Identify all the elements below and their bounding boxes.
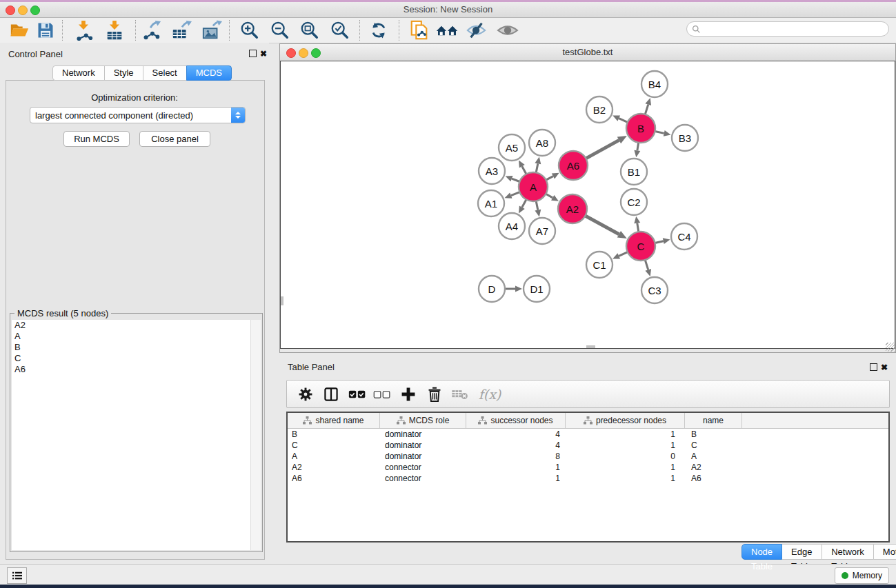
edge-B-B3[interactable] xyxy=(655,131,664,133)
close-panel-button[interactable]: Close panel xyxy=(139,131,210,147)
edge-C-C4[interactable] xyxy=(655,241,663,243)
mcds-result-item[interactable]: C xyxy=(12,353,251,364)
column-header-predecessor-nodes[interactable]: predecessor nodes xyxy=(566,413,685,428)
task-history-button[interactable] xyxy=(7,567,27,584)
tab-network-table[interactable]: Network Table xyxy=(822,544,874,560)
edge-A-A5[interactable] xyxy=(522,166,526,174)
table-row-A2[interactable]: A2connector11A2 xyxy=(288,462,888,473)
cell-successor-nodes[interactable]: 8 xyxy=(466,451,566,462)
tab-mcds[interactable]: MCDS xyxy=(186,65,232,81)
edge-A6-B[interactable] xyxy=(586,140,619,158)
cell-successor-nodes[interactable]: 1 xyxy=(466,473,566,484)
deselect-all-button[interactable] xyxy=(372,385,392,404)
cell-shared-name[interactable]: B xyxy=(288,429,380,440)
tab-select[interactable]: Select xyxy=(143,65,187,81)
edge-A-A6[interactable] xyxy=(546,176,553,181)
cell-MCDS-role[interactable]: dominator xyxy=(380,451,466,462)
memory-button[interactable]: Memory xyxy=(835,567,889,584)
column-header-shared-name[interactable]: shared name xyxy=(288,413,380,428)
cell-name[interactable]: C xyxy=(685,440,742,451)
column-header-MCDS-role[interactable]: MCDS role xyxy=(380,413,466,428)
edge-B-B1[interactable] xyxy=(637,143,639,151)
table-settings-button[interactable] xyxy=(295,385,316,404)
import-network-button[interactable] xyxy=(71,19,96,42)
cell-successor-nodes[interactable]: 1 xyxy=(466,462,566,473)
mcds-result-scrollbar[interactable] xyxy=(250,320,261,550)
edge-A-A7[interactable] xyxy=(536,201,538,210)
table-row-B[interactable]: Bdominator41B xyxy=(288,429,888,440)
delete-column-button[interactable] xyxy=(424,385,445,404)
cell-shared-name[interactable]: A6 xyxy=(288,473,380,484)
run-mcds-button[interactable]: Run MCDS xyxy=(63,131,130,147)
tab-edge-table[interactable]: Edge Table xyxy=(781,544,822,560)
zoom-out-button[interactable] xyxy=(268,19,292,42)
mcds-result-item[interactable]: A2 xyxy=(12,320,251,331)
network-canvas[interactable]: B4B2BB3A5A8A6A3AB1A1A2C2A4A7C4C1CDD1C3 xyxy=(280,61,895,349)
cell-predecessor-nodes[interactable]: 0 xyxy=(566,451,685,462)
edge-A-A2[interactable] xyxy=(546,194,552,198)
edge-A-A4[interactable] xyxy=(522,199,526,207)
mcds-result-item[interactable]: A xyxy=(12,331,251,342)
show-graphics-button[interactable] xyxy=(495,19,520,42)
tab-motifs[interactable]: Motifs xyxy=(873,544,896,560)
search-box[interactable] xyxy=(686,21,889,37)
cell-name[interactable]: A2 xyxy=(685,462,742,473)
save-session-button[interactable] xyxy=(33,19,58,42)
cell-successor-nodes[interactable]: 4 xyxy=(466,429,566,440)
network-window-titlebar[interactable]: testGlobe.txt xyxy=(280,44,895,61)
edge-C-C1[interactable] xyxy=(619,252,628,256)
mcds-result-item[interactable]: A6 xyxy=(12,364,251,375)
import-table-button[interactable] xyxy=(102,19,127,42)
cell-predecessor-nodes[interactable]: 1 xyxy=(566,462,685,473)
edge-B-B4[interactable] xyxy=(645,105,648,114)
network-graph[interactable]: B4B2BB3A5A8A6A3AB1A1A2C2A4A7C4C1CDD1C3 xyxy=(281,61,895,348)
cell-shared-name[interactable]: A xyxy=(288,451,380,462)
edge-A-A8[interactable] xyxy=(536,163,538,172)
delete-table-button[interactable] xyxy=(450,385,470,404)
cell-name[interactable]: A6 xyxy=(685,473,742,484)
column-header-successor-nodes[interactable]: successor nodes xyxy=(466,413,566,428)
mcds-result-item[interactable]: B xyxy=(12,342,251,353)
search-input[interactable] xyxy=(704,23,888,34)
table-row-C[interactable]: Cdominator41C xyxy=(288,440,888,451)
tab-style[interactable]: Style xyxy=(104,65,143,81)
zoom-fit-button[interactable] xyxy=(297,19,322,42)
export-network-button[interactable] xyxy=(139,19,164,42)
float-panel-icon[interactable] xyxy=(249,50,257,57)
window-resize-grip[interactable] xyxy=(886,343,895,352)
function-builder-button[interactable]: f(x) xyxy=(475,385,505,404)
tab-node-table[interactable]: Node Table xyxy=(741,544,782,560)
tab-network[interactable]: Network xyxy=(52,65,105,81)
create-column-button[interactable] xyxy=(398,385,419,404)
float-table-panel-icon[interactable] xyxy=(870,363,877,371)
close-table-panel-icon[interactable]: ✖ xyxy=(881,363,888,372)
cell-name[interactable]: A xyxy=(685,451,742,462)
hide-graphics-button[interactable] xyxy=(464,19,489,42)
zoom-selected-button[interactable] xyxy=(328,19,352,42)
table-row-A[interactable]: Adominator80A xyxy=(288,451,888,462)
open-session-button[interactable] xyxy=(7,19,32,42)
edge-A2-C[interactable] xyxy=(585,216,619,234)
edge-B-B2[interactable] xyxy=(619,119,628,123)
mcds-result-list[interactable]: A2ABCA6 xyxy=(12,320,251,550)
cell-MCDS-role[interactable]: connector xyxy=(380,473,466,484)
cell-MCDS-role[interactable]: dominator xyxy=(380,429,466,440)
cell-predecessor-nodes[interactable]: 1 xyxy=(566,429,685,440)
close-panel-icon[interactable]: ✖ xyxy=(260,50,267,58)
home-views-button[interactable] xyxy=(435,19,459,42)
export-table-button[interactable] xyxy=(169,19,194,42)
edge-C-C3[interactable] xyxy=(645,260,648,270)
cell-name[interactable]: B xyxy=(685,429,742,440)
column-header-name[interactable]: name xyxy=(685,413,742,428)
cell-MCDS-role[interactable]: dominator xyxy=(380,440,466,451)
cell-successor-nodes[interactable]: 4 xyxy=(466,440,566,451)
edge-A-A1[interactable] xyxy=(511,192,520,196)
table-row-A6[interactable]: A6connector11A6 xyxy=(288,473,888,484)
zoom-in-button[interactable] xyxy=(237,19,262,42)
cell-predecessor-nodes[interactable]: 1 xyxy=(566,473,685,484)
export-image-button[interactable] xyxy=(199,19,224,42)
criterion-select[interactable]: largest connected component (directed) xyxy=(30,107,246,123)
cell-predecessor-nodes[interactable]: 1 xyxy=(566,440,685,451)
edge-A-A3[interactable] xyxy=(512,179,519,181)
select-all-button[interactable] xyxy=(347,385,368,404)
